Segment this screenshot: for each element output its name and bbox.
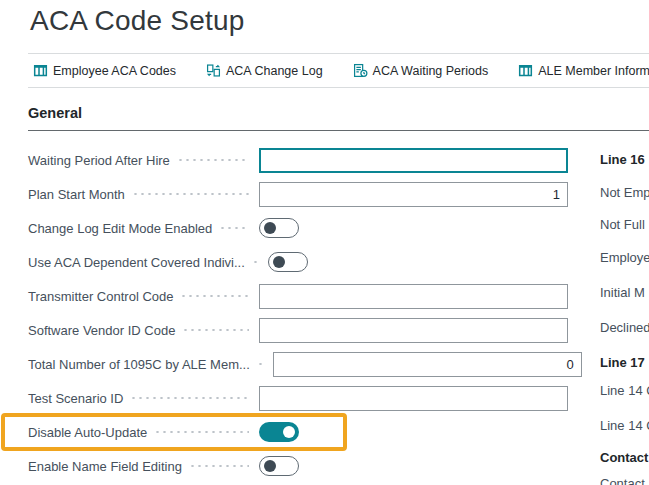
field-label-employe-3: Employe xyxy=(600,250,649,265)
toolbar-item-aca-waiting-periods[interactable]: ACA Waiting Periods xyxy=(353,63,489,78)
toolbar-item-label: ACA Change Log xyxy=(226,64,323,78)
field-control xyxy=(259,422,568,442)
field-control xyxy=(259,284,568,309)
dotted-leader xyxy=(257,363,263,365)
field-label: Waiting Period After Hire xyxy=(28,153,170,168)
table-icon xyxy=(33,63,48,78)
toolbar-item-label: Employee ACA Codes xyxy=(53,64,176,78)
waiting-periods-icon xyxy=(353,63,368,78)
field-label-declined-5: Declined xyxy=(600,320,649,335)
disable-auto-update-toggle[interactable] xyxy=(259,422,299,442)
dotted-leader xyxy=(177,159,249,161)
toggle-knob xyxy=(283,426,295,438)
field-label: Use ACA Dependent Covered Indivi... xyxy=(28,255,245,270)
field-label: Disable Auto-Update xyxy=(28,425,147,440)
field-label: Plan Start Month xyxy=(28,187,125,202)
change-log-edit-mode-enabled-toggle[interactable] xyxy=(259,218,299,238)
field-row-total-number-of-1095c-by-ale-mem: Total Number of 1095C by ALE Mem... xyxy=(28,347,568,381)
field-label-line-14-c-8: Line 14 C xyxy=(600,418,649,433)
page-title: ACA Code Setup xyxy=(30,5,245,37)
enable-name-field-editing-toggle[interactable] xyxy=(259,456,299,476)
section-divider xyxy=(28,130,649,131)
field-control xyxy=(259,456,568,476)
transmitter-control-code-input[interactable] xyxy=(259,284,568,309)
field-control xyxy=(259,182,568,207)
toolbar-item-employee-aca-codes[interactable]: Employee ACA Codes xyxy=(33,63,176,78)
field-row-waiting-period-after-hire: Waiting Period After Hire xyxy=(28,143,568,177)
dotted-leader xyxy=(252,261,258,263)
field-label-not-emp-1: Not Emp xyxy=(600,185,649,200)
field-row-disable-auto-update: Disable Auto-Update xyxy=(28,415,568,449)
dotted-leader xyxy=(132,193,249,195)
group-heading-contact-9: Contact xyxy=(600,450,648,465)
dotted-leader xyxy=(219,227,249,229)
field-label: Test Scenario ID xyxy=(28,391,123,406)
change-log-icon xyxy=(206,63,221,78)
field-control xyxy=(259,148,568,173)
table-icon xyxy=(518,63,533,78)
group-heading-line-16-0: Line 16 xyxy=(600,152,645,167)
right-column: Line 16Not EmpNot FullEmployeInitial MDe… xyxy=(600,0,649,485)
field-control xyxy=(273,352,582,377)
field-row-change-log-edit-mode-enabled: Change Log Edit Mode Enabled xyxy=(28,211,568,245)
field-label-not-full-2: Not Full xyxy=(600,217,645,232)
field-label-contact-10: Contact xyxy=(600,476,645,485)
plan-start-month-input[interactable] xyxy=(259,182,568,207)
section-heading-general: General xyxy=(28,105,82,121)
field-label: Change Log Edit Mode Enabled xyxy=(28,221,212,236)
toggle-knob xyxy=(273,256,285,268)
dotted-leader xyxy=(182,329,249,331)
dotted-leader xyxy=(154,431,249,433)
total-number-of-1095c-by-ale-mem-input[interactable] xyxy=(273,352,582,377)
action-toolbar: Employee ACA Codes ACA Change Log ACA Wa… xyxy=(28,53,649,88)
field-control xyxy=(268,252,577,272)
field-control xyxy=(259,386,568,411)
dotted-leader xyxy=(130,397,249,399)
toggle-knob xyxy=(264,460,276,472)
field-control xyxy=(259,218,568,238)
field-row-use-aca-dependent-covered-indivi: Use ACA Dependent Covered Indivi... xyxy=(28,245,568,279)
field-row-transmitter-control-code: Transmitter Control Code xyxy=(28,279,568,313)
field-row-test-scenario-id: Test Scenario ID xyxy=(28,381,568,415)
field-label: Total Number of 1095C by ALE Mem... xyxy=(28,357,250,372)
toggle-knob xyxy=(264,222,276,234)
general-form: Waiting Period After Hire Plan Start Mon… xyxy=(28,143,568,483)
field-control xyxy=(259,318,568,343)
field-label: Transmitter Control Code xyxy=(28,289,173,304)
dotted-leader xyxy=(180,295,249,297)
test-scenario-id-input[interactable] xyxy=(259,386,568,411)
field-row-software-vendor-id-code: Software Vendor ID Code xyxy=(28,313,568,347)
toolbar-item-label: ACA Waiting Periods xyxy=(373,64,489,78)
toolbar-item-aca-change-log[interactable]: ACA Change Log xyxy=(206,63,323,78)
field-label: Software Vendor ID Code xyxy=(28,323,175,338)
field-label: Enable Name Field Editing xyxy=(28,459,182,474)
field-row-plan-start-month: Plan Start Month xyxy=(28,177,568,211)
waiting-period-after-hire-input[interactable] xyxy=(259,148,568,173)
field-label-initial-m-4: Initial M xyxy=(600,285,645,300)
field-label-line-14-c-7: Line 14 C xyxy=(600,383,649,398)
software-vendor-id-code-input[interactable] xyxy=(259,318,568,343)
use-aca-dependent-covered-indivi-toggle[interactable] xyxy=(268,252,308,272)
field-row-enable-name-field-editing: Enable Name Field Editing xyxy=(28,449,568,483)
dotted-leader xyxy=(189,465,249,467)
group-heading-line-17-6: Line 17 xyxy=(600,355,645,370)
